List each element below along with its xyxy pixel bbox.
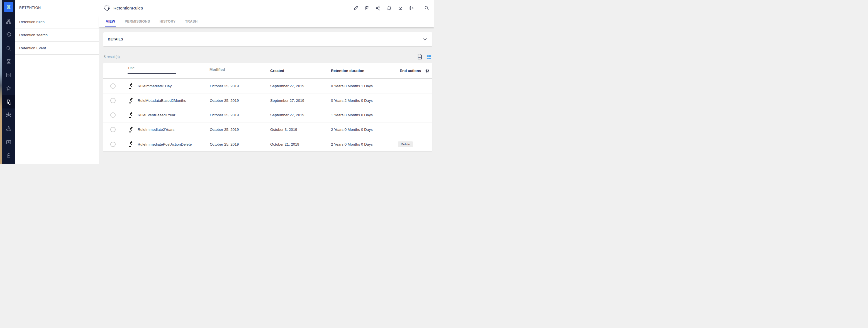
rule-title[interactable]: RuleImmediate2Years	[137, 128, 210, 132]
sidebar-item-browse[interactable]	[2, 15, 15, 28]
tab-trash[interactable]: TRASH	[184, 16, 198, 27]
edit-button[interactable]	[350, 0, 361, 16]
table-row[interactable]: RuleMetadataBased2Months October 25, 201…	[103, 93, 432, 108]
rule-created: October 21, 2019	[270, 142, 331, 146]
results-count: 5 result(s)	[104, 55, 120, 59]
rule-title[interactable]: RuleImmediate1Day	[137, 84, 210, 88]
sidebar-item-collections[interactable]	[2, 109, 15, 122]
results-bar: 5 result(s) csv	[103, 50, 432, 63]
search-icon	[424, 5, 429, 10]
download-icon	[398, 5, 403, 11]
rule-duration: 1 Years 0 Months 0 Days	[331, 113, 398, 117]
sidebar-item-pending[interactable]	[2, 55, 15, 68]
export-icon	[409, 5, 414, 11]
rule-modified: October 25, 2019	[210, 142, 270, 146]
gavel-icon	[122, 127, 137, 133]
content-area: DETAILS 5 result(s) csv Title Modified C…	[99, 27, 434, 152]
page-title: RetentionRules	[113, 6, 143, 10]
rule-title[interactable]: RuleEventBased1Year	[137, 113, 210, 117]
gavel-icon	[122, 83, 137, 89]
tasks-icon	[6, 72, 12, 78]
row-radio[interactable]	[110, 112, 116, 118]
table-row[interactable]: RuleImmediate1Day October 25, 2019 Septe…	[103, 79, 432, 93]
chevron-down-icon[interactable]	[423, 38, 427, 41]
table-header: Title Modified Created Retention duratio…	[103, 63, 432, 79]
search-button[interactable]	[419, 0, 434, 16]
retention-app: RETENTION Retention rules Retention sear…	[0, 0, 434, 164]
column-settings-button[interactable]	[425, 68, 430, 75]
sidebar-item-profile[interactable]	[2, 135, 15, 149]
column-header-end-actions: End actions	[400, 69, 421, 73]
rule-created: September 27, 2019	[270, 84, 331, 88]
rule-duration: 2 Years 0 Months 0 Days	[331, 142, 398, 146]
sidebar-item-trash[interactable]	[2, 149, 15, 162]
csv-export-icon: csv	[417, 54, 422, 60]
delete-button[interactable]	[361, 0, 372, 16]
notifications-button[interactable]	[383, 0, 395, 16]
edit-icon	[353, 5, 359, 11]
delete-icon	[364, 5, 370, 11]
table-view-icon	[427, 54, 431, 59]
hourglass-icon	[6, 59, 12, 65]
sidebar-item-personal-space[interactable]	[2, 122, 15, 135]
rule-created: October 3, 2019	[270, 128, 331, 132]
rule-title[interactable]: RuleMetadataBased2Months	[137, 99, 210, 103]
row-radio[interactable]	[110, 142, 116, 147]
table-row[interactable]: RuleImmediate2Years October 25, 2019 Oct…	[103, 122, 432, 137]
rule-modified: October 25, 2019	[210, 84, 270, 88]
column-header-created[interactable]: Created	[270, 69, 284, 73]
retention-subnav: RETENTION Retention rules Retention sear…	[15, 0, 99, 164]
desktop-background-sliver	[0, 0, 2, 164]
tab-permissions[interactable]: PERMISSIONS	[124, 16, 151, 27]
rule-modified: October 25, 2019	[210, 128, 270, 132]
svg-text:csv: csv	[418, 57, 421, 59]
subnav-title: RETENTION	[15, 0, 99, 15]
csv-export-button[interactable]: csv	[417, 54, 422, 60]
column-header-modified[interactable]: Modified	[210, 67, 256, 75]
column-header-title[interactable]: Title	[128, 66, 176, 74]
sidebar-item-search[interactable]	[2, 42, 15, 55]
browse-tree-icon	[6, 19, 12, 25]
export-button[interactable]	[406, 0, 417, 16]
table-row[interactable]: RuleImmediatePostActionDelete October 25…	[103, 137, 432, 152]
x-logo-glyph	[5, 4, 12, 10]
rule-title[interactable]: RuleImmediatePostActionDelete	[137, 142, 210, 146]
gavel-icon	[122, 141, 137, 147]
sidebar-item-recent[interactable]	[2, 28, 15, 42]
subnav-item-retention-search[interactable]: Retention search	[15, 28, 99, 42]
notifications-icon	[386, 5, 392, 11]
rule-duration: 0 Years 0 Months 1 Days	[331, 84, 398, 88]
subnav-item-retention-event[interactable]: Retention Event	[15, 42, 99, 55]
tab-view[interactable]: VIEW	[105, 16, 116, 27]
main-panel: RetentionRules VIEW PERMISSIONS HISTORY …	[99, 0, 434, 164]
sidebar-item-retention[interactable]	[2, 95, 15, 109]
column-header-retention-duration: Retention duration	[331, 69, 364, 73]
tab-history[interactable]: HISTORY	[159, 16, 176, 27]
table-row[interactable]: RuleEventBased1Year October 25, 2019 Sep…	[103, 108, 432, 122]
retention-doc-shield-icon	[6, 99, 12, 105]
dynamic-folder-icon	[104, 4, 111, 11]
document-header: RetentionRules	[99, 0, 434, 16]
history-icon	[6, 32, 12, 38]
download-button[interactable]	[395, 0, 406, 16]
document-tabs: VIEW PERMISSIONS HISTORY TRASH	[99, 16, 434, 27]
gavel-icon	[122, 98, 137, 104]
retention-rules-table: Title Modified Created Retention duratio…	[103, 63, 432, 152]
sidebar-item-tasks[interactable]	[2, 68, 15, 82]
details-panel[interactable]: DETAILS	[103, 32, 432, 46]
rule-duration: 2 Years 0 Months 0 Days	[331, 128, 398, 132]
end-action-badge: Delete	[398, 141, 413, 147]
trash-icon	[6, 152, 12, 158]
gear-icon	[425, 68, 430, 73]
row-radio[interactable]	[110, 98, 116, 103]
details-label: DETAILS	[108, 37, 123, 41]
sidebar-item-favorites[interactable]	[2, 82, 15, 95]
collections-network-icon	[6, 112, 12, 118]
subnav-item-retention-rules[interactable]: Retention rules	[15, 15, 99, 28]
share-button[interactable]	[372, 0, 383, 16]
table-view-button[interactable]	[427, 54, 431, 59]
left-icon-rail	[2, 0, 15, 164]
row-radio[interactable]	[110, 83, 116, 89]
row-radio[interactable]	[110, 127, 116, 132]
nuxeo-logo[interactable]	[4, 2, 13, 12]
